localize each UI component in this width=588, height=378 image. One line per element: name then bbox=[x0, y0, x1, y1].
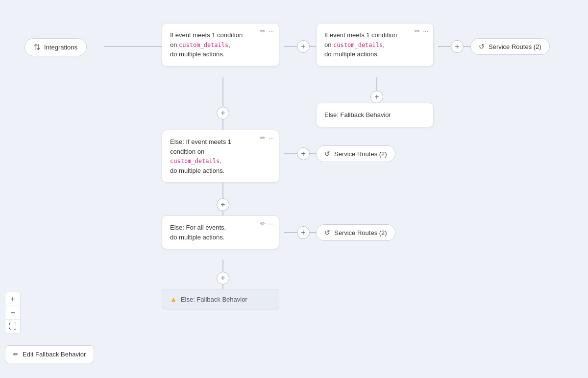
more-node2-button[interactable]: ··· bbox=[423, 27, 428, 35]
zoom-in-button[interactable]: + bbox=[5, 292, 20, 306]
edit-fallback-pencil-icon: ✏ bbox=[13, 351, 19, 358]
service-routes-2-label: Service Routes (2) bbox=[334, 150, 387, 158]
fallback2-label: Else: Fallback Behavior bbox=[181, 296, 247, 303]
node3-field: custom_details bbox=[170, 158, 220, 165]
service-routes-3[interactable]: ↺ Service Routes (2) bbox=[316, 224, 395, 241]
plus-after-node3[interactable]: + bbox=[297, 147, 310, 160]
node3-text: Else: If event meets 1 condition on cust… bbox=[170, 137, 258, 175]
service-routes-1[interactable]: ↺ Service Routes (2) bbox=[470, 38, 550, 55]
more-node1-button[interactable]: ··· bbox=[269, 27, 274, 35]
service-routes-1-label: Service Routes (2) bbox=[489, 43, 541, 50]
node2-field: custom_details bbox=[333, 42, 383, 48]
service-routes-3-icon: ↺ bbox=[324, 229, 330, 236]
fallback-node-1: Else: Fallback Behavior bbox=[316, 103, 434, 127]
plus-below-node3[interactable]: + bbox=[217, 198, 229, 211]
node1-text: If event meets 1 condition on custom_det… bbox=[170, 30, 258, 59]
service-routes-2-icon: ↺ bbox=[324, 150, 330, 158]
integrations-label: Integrations bbox=[44, 44, 77, 51]
more-node3-button[interactable]: ··· bbox=[269, 134, 274, 142]
node2-text: If event meets 1 condition on custom_det… bbox=[324, 30, 413, 59]
service-routes-2[interactable]: ↺ Service Routes (2) bbox=[316, 145, 395, 162]
condition-node-3: ✏ ··· Else: If event meets 1 condition o… bbox=[162, 130, 279, 183]
node4-text: Else: For all events, do multiple action… bbox=[170, 223, 258, 242]
node1-field: custom_details bbox=[179, 42, 228, 48]
zoom-controls: + − ⛶ bbox=[5, 292, 21, 334]
integrations-node: ⇅ Integrations bbox=[24, 38, 87, 56]
edit-node2-button[interactable]: ✏ bbox=[415, 27, 420, 35]
edit-node3-button[interactable]: ✏ bbox=[260, 134, 266, 142]
condition-node-4: ✏ ··· Else: For all events, do multiple … bbox=[162, 215, 279, 249]
fallback-node-2: ▲ Else: Fallback Behavior bbox=[162, 289, 279, 309]
fit-view-button[interactable]: ⛶ bbox=[5, 320, 20, 333]
service-routes-3-label: Service Routes (2) bbox=[334, 229, 387, 236]
edit-fallback-label: Edit Fallback Behavior bbox=[23, 351, 86, 358]
service-routes-1-icon: ↺ bbox=[479, 43, 485, 50]
edit-node1-button[interactable]: ✏ bbox=[260, 27, 266, 35]
zoom-out-button[interactable]: − bbox=[5, 306, 20, 320]
condition-node-1: ✏ ··· If event meets 1 condition on cust… bbox=[162, 23, 279, 67]
plus-after-node4[interactable]: + bbox=[297, 226, 310, 239]
edit-fallback-button[interactable]: ✏ Edit Fallback Behavior bbox=[5, 345, 94, 363]
warning-icon: ▲ bbox=[170, 295, 177, 303]
integrations-icon: ⇅ bbox=[34, 43, 40, 52]
edit-node4-button[interactable]: ✏ bbox=[260, 220, 266, 227]
fallback1-text: Else: Fallback Behavior bbox=[324, 110, 413, 120]
more-node4-button[interactable]: ··· bbox=[269, 220, 274, 227]
plus-after-node2[interactable]: + bbox=[451, 40, 464, 53]
plus-between-1-2[interactable]: + bbox=[297, 40, 310, 53]
plus-below-node4[interactable]: + bbox=[217, 272, 229, 284]
plus-below-node1[interactable]: + bbox=[217, 107, 229, 119]
condition-node-2: ✏ ··· If event meets 1 condition on cust… bbox=[316, 23, 434, 67]
plus-below-node2[interactable]: + bbox=[370, 91, 383, 103]
